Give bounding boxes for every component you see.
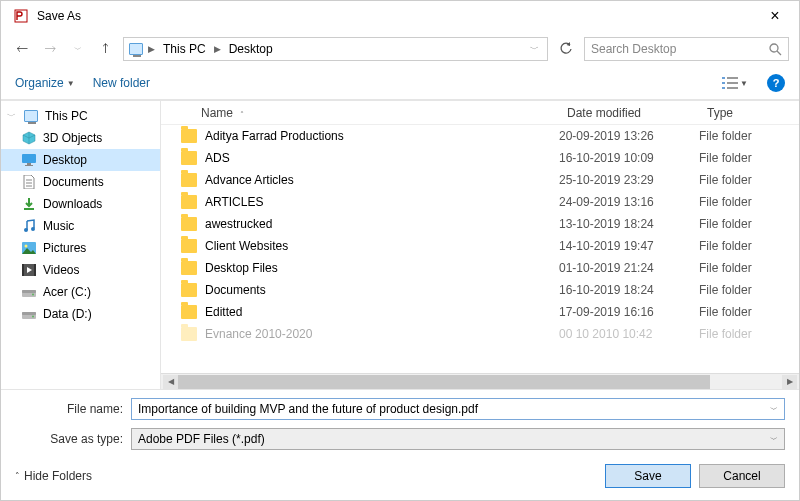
svg-rect-10 (27, 163, 31, 165)
sidebar-item-label: Desktop (43, 153, 87, 167)
scroll-left-button[interactable]: ◀ (163, 375, 178, 389)
nav-back-button[interactable]: 🡐 (11, 38, 33, 60)
organize-button[interactable]: Organize ▼ (15, 76, 75, 90)
view-options-button[interactable]: ▼ (717, 73, 753, 93)
svg-rect-4 (722, 82, 725, 84)
file-row[interactable]: Documents16-10-2019 18:24File folder (161, 279, 799, 301)
file-row[interactable]: Editted17-09-2019 16:16File folder (161, 301, 799, 323)
file-date: 00 10 2010 10:42 (559, 327, 699, 341)
drive-icon (21, 306, 37, 322)
hide-folders-button[interactable]: ˄ Hide Folders (15, 469, 92, 483)
column-type[interactable]: Type (699, 106, 799, 120)
sidebar-item-3d-objects[interactable]: 3D Objects (1, 127, 160, 149)
file-row[interactable]: awestrucked13-10-2019 18:24File folder (161, 213, 799, 235)
file-type: File folder (699, 217, 799, 231)
sidebar-item-pictures[interactable]: Pictures (1, 237, 160, 259)
svg-rect-11 (25, 165, 33, 166)
pic-icon (21, 240, 37, 256)
column-name[interactable]: Name ˄ (161, 106, 559, 120)
file-row[interactable]: ARTICLES24-09-2019 13:16File folder (161, 191, 799, 213)
file-name: Editted (205, 305, 242, 319)
filename-input[interactable]: Importance of building MVP and the futur… (131, 398, 785, 420)
file-row[interactable]: Desktop Files01-10-2019 21:24File folder (161, 257, 799, 279)
sidebar-item-music[interactable]: Music (1, 215, 160, 237)
file-rows: Aditya Farrad Productions20-09-2019 13:2… (161, 125, 799, 373)
3d-icon (21, 130, 37, 146)
save-button[interactable]: Save (605, 464, 691, 488)
svg-rect-5 (722, 87, 725, 89)
file-type: File folder (699, 305, 799, 319)
folder-icon (181, 305, 197, 319)
chevron-right-icon: ▶ (148, 44, 155, 54)
refresh-button[interactable] (554, 37, 578, 61)
file-row[interactable]: Client Websites14-10-2019 19:47File fold… (161, 235, 799, 257)
cancel-button[interactable]: Cancel (699, 464, 785, 488)
sidebar-item-videos[interactable]: Videos (1, 259, 160, 281)
sidebar-item-label: Documents (43, 175, 104, 189)
pc-icon (23, 108, 39, 124)
file-date: 01-10-2019 21:24 (559, 261, 699, 275)
help-button[interactable]: ? (767, 74, 785, 92)
list-view-icon (722, 76, 738, 90)
window-title: Save As (37, 9, 755, 23)
folder-icon (181, 239, 197, 253)
svg-rect-23 (34, 264, 36, 276)
svg-rect-15 (24, 208, 34, 210)
breadcrumb-root[interactable]: This PC (159, 42, 210, 56)
close-button[interactable]: × (755, 7, 795, 25)
filetype-label: Save as type: (15, 432, 123, 446)
file-name: ARTICLES (205, 195, 263, 209)
vid-icon (21, 262, 37, 278)
chevron-down-icon[interactable]: ﹀ (770, 404, 778, 415)
sidebar-item-label: Downloads (43, 197, 102, 211)
sidebar-item-desktop[interactable]: Desktop (1, 149, 160, 171)
filetype-select[interactable]: Adobe PDF Files (*.pdf) ﹀ (131, 428, 785, 450)
sidebar-item-acer-c-[interactable]: Acer (C:) (1, 281, 160, 303)
file-type: File folder (699, 283, 799, 297)
file-type: File folder (699, 173, 799, 187)
new-folder-button[interactable]: New folder (93, 76, 150, 90)
dl-icon (21, 196, 37, 212)
file-name: Documents (205, 283, 266, 297)
nav-up-button[interactable]: 🡑 (95, 38, 117, 60)
file-date: 24-09-2019 13:16 (559, 195, 699, 209)
svg-point-20 (25, 245, 28, 248)
tree-caret-icon[interactable]: ﹀ (7, 110, 17, 123)
filename-label: File name: (15, 402, 123, 416)
sidebar-item-this-pc[interactable]: ﹀This PC (1, 105, 160, 127)
file-type: File folder (699, 195, 799, 209)
file-date: 20-09-2019 13:26 (559, 129, 699, 143)
scroll-thumb[interactable] (178, 375, 710, 389)
scroll-right-button[interactable]: ▶ (782, 375, 797, 389)
address-dropdown[interactable]: ﹀ (526, 43, 543, 56)
horizontal-scrollbar[interactable]: ◀ ▶ (161, 373, 799, 389)
sidebar-item-documents[interactable]: Documents (1, 171, 160, 193)
file-row[interactable]: Advance Articles25-10-2019 23:29File fol… (161, 169, 799, 191)
address-bar[interactable]: ▶ This PC ▶ Desktop ﹀ (123, 37, 548, 61)
file-date: 16-10-2019 18:24 (559, 283, 699, 297)
titlebar: Save As × (1, 1, 799, 31)
breadcrumb-folder[interactable]: Desktop (225, 42, 277, 56)
chevron-down-icon: ▼ (740, 79, 748, 88)
file-name: Advance Articles (205, 173, 294, 187)
column-date[interactable]: Date modified (559, 106, 699, 120)
file-list-area: Name ˄ Date modified Type Aditya Farrad … (161, 101, 799, 389)
sidebar-item-label: Acer (C:) (43, 285, 91, 299)
folder-icon (181, 283, 197, 297)
nav-recent-dropdown[interactable]: ﹀ (67, 38, 89, 60)
desktop-icon (21, 152, 37, 168)
folder-icon (181, 129, 197, 143)
nav-forward-button[interactable]: 🡒 (39, 38, 61, 60)
sidebar-item-downloads[interactable]: Downloads (1, 193, 160, 215)
folder-icon (181, 151, 197, 165)
file-row[interactable]: Aditya Farrad Productions20-09-2019 13:2… (161, 125, 799, 147)
file-row[interactable]: ADS16-10-2019 10:09File folder (161, 147, 799, 169)
scroll-track[interactable] (178, 375, 782, 389)
chevron-down-icon[interactable]: ﹀ (770, 434, 778, 445)
file-row[interactable]: Evnance 2010-202000 10 2010 10:42File fo… (161, 323, 799, 345)
file-date: 17-09-2019 16:16 (559, 305, 699, 319)
sidebar-item-label: Data (D:) (43, 307, 92, 321)
search-input[interactable]: Search Desktop (584, 37, 789, 61)
sidebar-item-data-d-[interactable]: Data (D:) (1, 303, 160, 325)
footer: ˄ Hide Folders Save Cancel (1, 454, 799, 500)
